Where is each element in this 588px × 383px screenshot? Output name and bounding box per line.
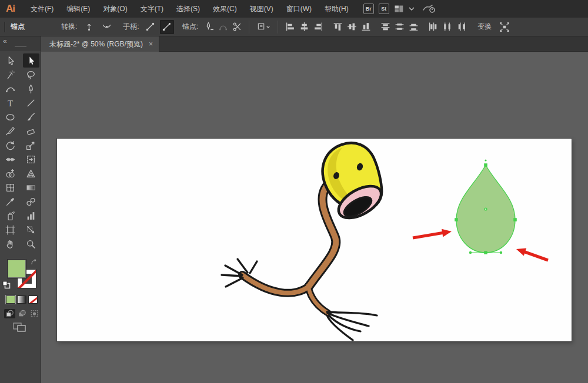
menu-item-select[interactable]: 选择(S) [170, 0, 206, 18]
leaf-shape[interactable] [455, 159, 517, 254]
ellipse-tool[interactable] [2, 110, 19, 124]
eraser-tool[interactable] [23, 124, 39, 138]
menu-item-window[interactable]: 窗口(W) [280, 0, 318, 18]
perspective-grid-tool[interactable] [23, 166, 39, 180]
collapse-panel-icon[interactable]: « [3, 37, 7, 45]
horizontal-distribute-center-icon[interactable] [440, 20, 454, 34]
column-graph-tool[interactable] [23, 209, 39, 223]
fill-swatch[interactable] [7, 259, 26, 278]
vertical-distribute-top-icon[interactable] [378, 20, 392, 34]
convert-to-smooth-icon[interactable] [99, 20, 113, 34]
handles-label: 手柄: [123, 22, 139, 32]
zoom-tool[interactable] [23, 237, 39, 251]
tools-panel: « T [0, 36, 41, 383]
mesh-tool[interactable] [2, 180, 19, 194]
separator [249, 21, 249, 33]
horizontal-align-right-icon[interactable] [311, 20, 325, 34]
align-distribute-group [283, 20, 468, 34]
color-button[interactable] [6, 295, 15, 304]
transform-button[interactable]: 变换 [477, 22, 492, 32]
gradient-tool[interactable] [23, 180, 39, 194]
fill-stroke-widget [0, 257, 41, 295]
convert-label: 转换: [61, 22, 77, 32]
vertical-align-middle-icon[interactable] [345, 20, 359, 34]
vertical-align-bottom-icon[interactable] [359, 20, 373, 34]
show-handles-icon[interactable] [143, 20, 158, 34]
menu-items: 文件(F)编辑(E)对象(O)文字(T)选择(S)效果(C)视图(V)窗口(W)… [24, 0, 355, 18]
eyedropper-tool[interactable] [2, 194, 19, 209]
width-tool[interactable] [2, 152, 19, 166]
connect-anchor-icon[interactable] [216, 20, 230, 34]
horizontal-distribute-right-icon[interactable] [454, 20, 468, 34]
menu-item-file[interactable]: 文件(F) [24, 0, 60, 18]
curvature-tool[interactable] [2, 82, 19, 96]
chevron-down-icon[interactable] [409, 6, 415, 11]
controlbar-context-label: 锚点 [11, 22, 47, 32]
vertical-distribute-bottom-icon[interactable] [406, 20, 420, 34]
delete-anchor-icon[interactable] [202, 20, 216, 34]
line-segment-tool[interactable] [23, 96, 39, 110]
cut-path-icon[interactable] [230, 20, 244, 34]
pencil-tool[interactable] [2, 124, 19, 138]
arrow-right [516, 248, 549, 261]
free-transform-tool[interactable] [23, 152, 39, 166]
none-button[interactable] [28, 295, 38, 304]
pen-tool[interactable] [23, 82, 39, 96]
paintbrush-tool[interactable] [23, 110, 39, 124]
horizontal-align-center-icon[interactable] [297, 20, 311, 34]
artboard-options-icon[interactable] [254, 20, 273, 34]
blend-tool[interactable] [23, 194, 39, 209]
default-fill-stroke-icon[interactable] [2, 281, 11, 291]
control-bar: 锚点 转换: 手柄: 锚点: 变换 [0, 18, 588, 36]
artboard[interactable] [57, 139, 572, 341]
magic-wand-tool[interactable] [2, 68, 19, 82]
convert-to-corner-icon[interactable] [82, 20, 96, 34]
workspace-switcher-icon[interactable] [394, 4, 404, 14]
illustrator-window: { "menubar": { "logo": "Ai", "items": [ … [0, 0, 588, 383]
draw-behind-icon[interactable] [16, 309, 28, 318]
anchor-point-right[interactable] [513, 218, 517, 221]
menu-item-effect[interactable]: 效果(C) [206, 0, 243, 18]
canvas-area[interactable] [41, 52, 588, 383]
selection-tool[interactable] [2, 53, 19, 68]
direct-selection-tool[interactable] [23, 53, 39, 68]
artwork-svg [57, 139, 572, 341]
menu-item-help[interactable]: 帮助(H) [318, 0, 355, 18]
hide-handles-icon[interactable] [160, 20, 174, 34]
lasso-tool[interactable] [23, 68, 39, 82]
horizontal-align-left-icon[interactable] [283, 20, 297, 34]
menu-item-object[interactable]: 对象(O) [96, 0, 133, 18]
menu-item-type[interactable]: 文字(T) [134, 0, 170, 18]
document-tab[interactable]: 未标题-2* @ 50% (RGB/预览) × [41, 36, 159, 52]
shape-builder-tool[interactable] [2, 166, 19, 180]
symbol-sprayer-tool[interactable] [2, 209, 19, 223]
document-tab-title: 未标题-2* @ 50% (RGB/预览) [49, 39, 143, 49]
vertical-distribute-center-icon[interactable] [392, 20, 406, 34]
menu-item-edit[interactable]: 编辑(E) [60, 0, 96, 18]
menu-item-view[interactable]: 视图(V) [243, 0, 280, 18]
bridge-button[interactable]: Br [363, 4, 374, 14]
type-tool[interactable]: T [2, 96, 19, 110]
share-screen-icon[interactable] [423, 4, 436, 14]
horizontal-distribute-left-icon[interactable] [426, 20, 440, 34]
anchor-point-top[interactable] [484, 163, 487, 167]
menu-bar: Ai 文件(F)编辑(E)对象(O)文字(T)选择(S)效果(C)视图(V)窗口… [0, 0, 588, 18]
stock-button[interactable]: St [379, 4, 389, 14]
tab-close-icon[interactable]: × [149, 40, 153, 48]
slice-tool[interactable] [23, 223, 39, 237]
draw-inside-icon[interactable] [29, 309, 40, 318]
gradient-button[interactable] [17, 295, 26, 304]
scale-tool[interactable] [23, 138, 39, 152]
anchor-point-bottom[interactable] [484, 251, 487, 254]
anchor-point-left[interactable] [455, 218, 458, 221]
tools-grid: T [0, 51, 41, 251]
panel-drag-handle[interactable] [15, 46, 26, 47]
swap-fill-stroke-icon[interactable] [30, 258, 38, 268]
hand-tool[interactable] [2, 237, 19, 251]
rotate-tool[interactable] [2, 138, 19, 152]
isolate-selected-icon[interactable] [497, 20, 512, 34]
vertical-align-top-icon[interactable] [330, 20, 345, 34]
draw-normal-icon[interactable] [4, 309, 15, 318]
screen-mode-icon[interactable] [13, 322, 27, 335]
artboard-tool[interactable] [2, 223, 19, 237]
